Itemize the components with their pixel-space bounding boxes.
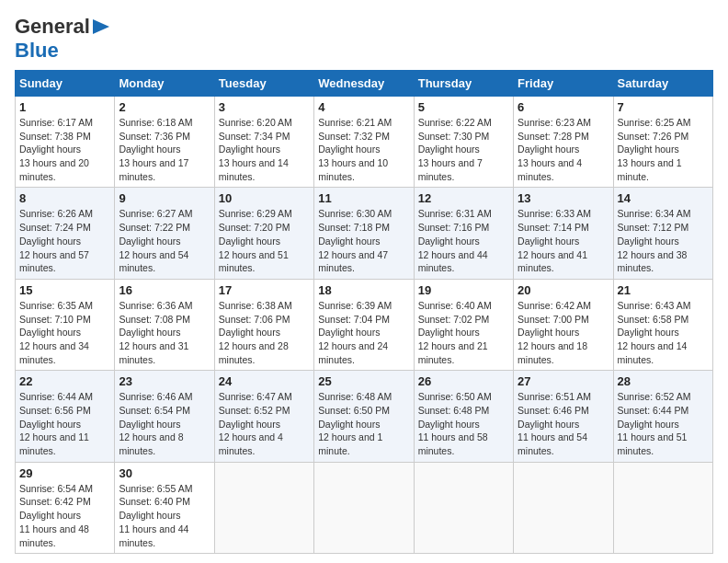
day-number: 23 xyxy=(119,374,210,388)
calendar-cell: 24 Sunrise: 6:47 AM Sunset: 6:52 PM Dayl… xyxy=(214,371,313,462)
day-info: Sunrise: 6:46 AM Sunset: 6:54 PM Dayligh… xyxy=(119,390,210,457)
calendar-week-row-2: 8 Sunrise: 6:26 AM Sunset: 7:24 PM Dayli… xyxy=(16,188,713,279)
calendar-cell: 6 Sunrise: 6:23 AM Sunset: 7:28 PM Dayli… xyxy=(514,97,613,188)
day-number: 29 xyxy=(19,466,110,480)
day-number: 3 xyxy=(219,100,310,114)
calendar-cell: 25 Sunrise: 6:48 AM Sunset: 6:50 PM Dayl… xyxy=(314,371,414,462)
day-number: 10 xyxy=(219,191,310,205)
calendar-cell xyxy=(613,462,712,553)
weekday-header-saturday: Saturday xyxy=(613,71,712,97)
day-info: Sunrise: 6:18 AM Sunset: 7:36 PM Dayligh… xyxy=(119,116,210,183)
day-info: Sunrise: 6:31 AM Sunset: 7:16 PM Dayligh… xyxy=(418,207,509,274)
calendar-cell: 21 Sunrise: 6:43 AM Sunset: 6:58 PM Dayl… xyxy=(613,279,712,370)
day-info: Sunrise: 6:52 AM Sunset: 6:44 PM Dayligh… xyxy=(618,390,709,457)
calendar-week-row-3: 15 Sunrise: 6:35 AM Sunset: 7:10 PM Dayl… xyxy=(16,279,713,370)
day-number: 28 xyxy=(618,374,709,388)
day-info: Sunrise: 6:29 AM Sunset: 7:20 PM Dayligh… xyxy=(219,207,310,274)
day-number: 16 xyxy=(119,283,210,297)
weekday-header-sunday: Sunday xyxy=(16,71,115,97)
day-info: Sunrise: 6:27 AM Sunset: 7:22 PM Dayligh… xyxy=(119,207,210,274)
day-number: 5 xyxy=(418,100,509,114)
day-info: Sunrise: 6:51 AM Sunset: 6:46 PM Dayligh… xyxy=(518,390,609,457)
calendar-cell: 18 Sunrise: 6:39 AM Sunset: 7:04 PM Dayl… xyxy=(314,279,414,370)
calendar-cell: 20 Sunrise: 6:42 AM Sunset: 7:00 PM Dayl… xyxy=(514,279,613,370)
day-number: 1 xyxy=(19,100,110,114)
calendar-week-row-4: 22 Sunrise: 6:44 AM Sunset: 6:56 PM Dayl… xyxy=(16,371,713,462)
calendar-cell: 16 Sunrise: 6:36 AM Sunset: 7:08 PM Dayl… xyxy=(115,279,214,370)
day-info: Sunrise: 6:55 AM Sunset: 6:40 PM Dayligh… xyxy=(119,482,210,549)
calendar-cell: 17 Sunrise: 6:38 AM Sunset: 7:06 PM Dayl… xyxy=(214,279,313,370)
weekday-header-tuesday: Tuesday xyxy=(214,71,313,97)
day-number: 11 xyxy=(318,191,409,205)
day-info: Sunrise: 6:33 AM Sunset: 7:14 PM Dayligh… xyxy=(518,207,609,274)
calendar-cell: 11 Sunrise: 6:30 AM Sunset: 7:18 PM Dayl… xyxy=(314,188,414,279)
day-number: 25 xyxy=(318,374,409,388)
day-number: 22 xyxy=(19,374,110,388)
day-number: 27 xyxy=(518,374,609,388)
calendar-cell: 29 Sunrise: 6:54 AM Sunset: 6:42 PM Dayl… xyxy=(16,462,115,553)
weekday-header-wednesday: Wednesday xyxy=(314,71,414,97)
day-number: 17 xyxy=(219,283,310,297)
day-info: Sunrise: 6:48 AM Sunset: 6:50 PM Dayligh… xyxy=(318,390,409,457)
logo-blue-row: Blue xyxy=(15,39,109,63)
weekday-header-thursday: Thursday xyxy=(414,71,513,97)
calendar-cell: 27 Sunrise: 6:51 AM Sunset: 6:46 PM Dayl… xyxy=(514,371,613,462)
svg-marker-0 xyxy=(93,19,109,34)
day-number: 18 xyxy=(318,283,409,297)
calendar-week-row-5: 29 Sunrise: 6:54 AM Sunset: 6:42 PM Dayl… xyxy=(16,462,713,553)
day-info: Sunrise: 6:30 AM Sunset: 7:18 PM Dayligh… xyxy=(318,207,409,274)
calendar-cell: 14 Sunrise: 6:34 AM Sunset: 7:12 PM Dayl… xyxy=(613,188,712,279)
calendar-cell: 7 Sunrise: 6:25 AM Sunset: 7:26 PM Dayli… xyxy=(613,97,712,188)
day-number: 7 xyxy=(618,100,709,114)
day-info: Sunrise: 6:40 AM Sunset: 7:02 PM Dayligh… xyxy=(418,299,509,366)
page-header: General Blue xyxy=(15,15,713,63)
day-info: Sunrise: 6:43 AM Sunset: 6:58 PM Dayligh… xyxy=(618,299,709,366)
day-info: Sunrise: 6:25 AM Sunset: 7:26 PM Dayligh… xyxy=(618,116,709,183)
calendar-cell: 28 Sunrise: 6:52 AM Sunset: 6:44 PM Dayl… xyxy=(613,371,712,462)
calendar-cell: 5 Sunrise: 6:22 AM Sunset: 7:30 PM Dayli… xyxy=(414,97,513,188)
day-info: Sunrise: 6:42 AM Sunset: 7:00 PM Dayligh… xyxy=(518,299,609,366)
logo: General Blue xyxy=(15,15,109,63)
calendar-cell xyxy=(414,462,513,553)
day-number: 26 xyxy=(418,374,509,388)
day-info: Sunrise: 6:22 AM Sunset: 7:30 PM Dayligh… xyxy=(418,116,509,183)
day-number: 2 xyxy=(119,100,210,114)
day-info: Sunrise: 6:20 AM Sunset: 7:34 PM Dayligh… xyxy=(219,116,310,183)
day-info: Sunrise: 6:17 AM Sunset: 7:38 PM Dayligh… xyxy=(19,116,110,183)
calendar-cell: 1 Sunrise: 6:17 AM Sunset: 7:38 PM Dayli… xyxy=(16,97,115,188)
calendar-cell: 10 Sunrise: 6:29 AM Sunset: 7:20 PM Dayl… xyxy=(214,188,313,279)
calendar-cell: 13 Sunrise: 6:33 AM Sunset: 7:14 PM Dayl… xyxy=(514,188,613,279)
day-number: 13 xyxy=(518,191,609,205)
day-number: 30 xyxy=(119,466,210,480)
calendar-cell: 30 Sunrise: 6:55 AM Sunset: 6:40 PM Dayl… xyxy=(115,462,214,553)
calendar-week-row-1: 1 Sunrise: 6:17 AM Sunset: 7:38 PM Dayli… xyxy=(16,97,713,188)
day-info: Sunrise: 6:35 AM Sunset: 7:10 PM Dayligh… xyxy=(19,299,110,366)
day-info: Sunrise: 6:21 AM Sunset: 7:32 PM Dayligh… xyxy=(318,116,409,183)
calendar-cell: 15 Sunrise: 6:35 AM Sunset: 7:10 PM Dayl… xyxy=(16,279,115,370)
day-info: Sunrise: 6:50 AM Sunset: 6:48 PM Dayligh… xyxy=(418,390,509,457)
calendar-cell xyxy=(314,462,414,553)
calendar-table: SundayMondayTuesdayWednesdayThursdayFrid… xyxy=(15,70,713,554)
day-number: 14 xyxy=(618,191,709,205)
calendar-header-row: SundayMondayTuesdayWednesdayThursdayFrid… xyxy=(16,71,713,97)
logo-row: General xyxy=(15,15,109,39)
day-info: Sunrise: 6:23 AM Sunset: 7:28 PM Dayligh… xyxy=(518,116,609,183)
weekday-header-friday: Friday xyxy=(514,71,613,97)
calendar-cell xyxy=(214,462,313,553)
day-number: 24 xyxy=(219,374,310,388)
day-info: Sunrise: 6:26 AM Sunset: 7:24 PM Dayligh… xyxy=(19,207,110,274)
calendar-cell xyxy=(514,462,613,553)
day-number: 9 xyxy=(119,191,210,205)
day-number: 21 xyxy=(618,283,709,297)
day-info: Sunrise: 6:39 AM Sunset: 7:04 PM Dayligh… xyxy=(318,299,409,366)
day-info: Sunrise: 6:47 AM Sunset: 6:52 PM Dayligh… xyxy=(219,390,310,457)
day-number: 12 xyxy=(418,191,509,205)
day-info: Sunrise: 6:34 AM Sunset: 7:12 PM Dayligh… xyxy=(618,207,709,274)
logo-general-part: General xyxy=(15,15,90,39)
calendar-cell: 26 Sunrise: 6:50 AM Sunset: 6:48 PM Dayl… xyxy=(414,371,513,462)
calendar-cell: 19 Sunrise: 6:40 AM Sunset: 7:02 PM Dayl… xyxy=(414,279,513,370)
weekday-header-monday: Monday xyxy=(115,71,214,97)
day-info: Sunrise: 6:36 AM Sunset: 7:08 PM Dayligh… xyxy=(119,299,210,366)
day-number: 8 xyxy=(19,191,110,205)
day-number: 4 xyxy=(318,100,409,114)
